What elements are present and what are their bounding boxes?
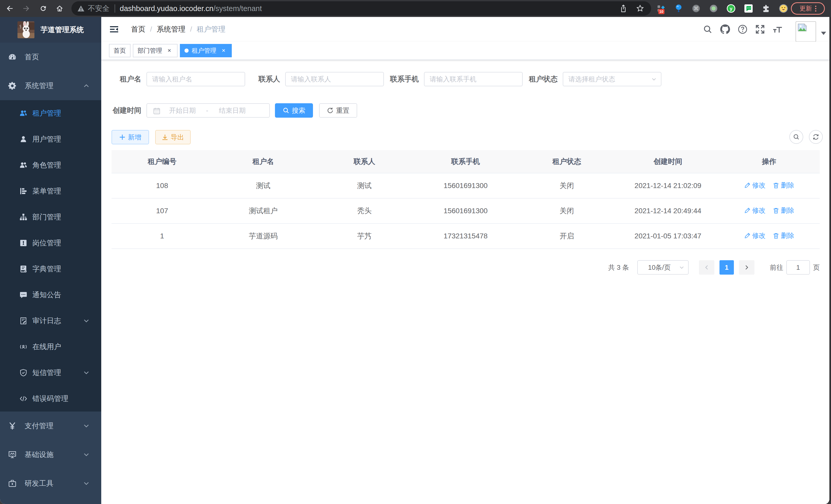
tag-home[interactable]: 首页: [109, 44, 131, 57]
edit-button[interactable]: 修改: [744, 181, 766, 190]
mobile-input[interactable]: 请输入联系手机: [424, 72, 523, 86]
extension-command-icon[interactable]: ⌘: [692, 4, 700, 13]
end-date-placeholder[interactable]: 结束日期: [219, 104, 246, 117]
show-search-toggle-button[interactable]: [790, 130, 803, 144]
pagination-total: 共 3 条: [608, 263, 629, 272]
browser-forward-button[interactable]: [20, 0, 33, 17]
browser-update-button[interactable]: 更新: [791, 2, 825, 14]
sidebar-item-dict[interactable]: 字典管理: [0, 256, 101, 282]
sidebar-item-pay[interactable]: 支付管理: [0, 412, 101, 440]
tenant-name-input[interactable]: 请输入租户名: [146, 72, 245, 86]
sidebar-item-label: 在线用户: [32, 342, 61, 352]
refresh-table-button[interactable]: [809, 130, 823, 144]
code-icon: [20, 395, 27, 403]
sidebar-item-dev-tools[interactable]: 研发工具: [0, 469, 101, 498]
fullscreen-button[interactable]: [751, 17, 769, 41]
header-search-button[interactable]: [699, 17, 716, 41]
add-button[interactable]: 新增: [112, 130, 149, 144]
sidebar-item-online-user[interactable]: 在线用户: [0, 334, 101, 360]
search-icon: [283, 107, 289, 114]
security-label[interactable]: 不安全: [88, 4, 110, 13]
edit-button[interactable]: 修改: [744, 231, 766, 240]
user-avatar-broken-image[interactable]: [796, 21, 816, 42]
extension-badge: 10: [658, 9, 664, 14]
breadcrumb-section[interactable]: 系统管理: [157, 24, 185, 34]
delete-button[interactable]: 删除: [773, 206, 794, 215]
search-button[interactable]: 搜索: [275, 103, 313, 118]
sidebar-item-system[interactable]: 系统管理: [0, 71, 101, 100]
tag-tenant[interactable]: 租户管理✕: [180, 44, 232, 57]
tags-view: 首页 部门管理✕ 租户管理✕: [101, 41, 830, 60]
delete-button[interactable]: 删除: [773, 231, 794, 240]
github-icon: [720, 24, 730, 34]
sidebar-item-sms[interactable]: 短信管理: [0, 360, 101, 386]
date-range-input[interactable]: 开始日期 - 结束日期: [146, 103, 270, 118]
extension-yuque-icon[interactable]: y: [727, 4, 736, 13]
sidebar-item-home[interactable]: 首页: [0, 42, 101, 71]
page-jump-input[interactable]: [786, 260, 810, 275]
sidebar-item-infra[interactable]: 基础设施: [0, 440, 101, 469]
app-logo[interactable]: 芋道管理系统: [0, 17, 101, 42]
user-menu-caret-icon[interactable]: [821, 31, 826, 35]
font-size-button[interactable]: [769, 17, 786, 41]
page-url[interactable]: dashboard.yudao.iocoder.cn/system/tenant: [120, 4, 262, 13]
sidebar-item-error-code[interactable]: 错误码管理: [0, 386, 101, 412]
page-size-select[interactable]: 10条/页: [637, 260, 689, 275]
reset-button[interactable]: 重置: [319, 103, 357, 118]
status-select[interactable]: 请选择租户状态: [563, 72, 661, 86]
sidebar-item-role[interactable]: 角色管理: [0, 152, 101, 178]
trash-icon: [773, 233, 779, 239]
extension-recorder-icon[interactable]: [709, 4, 718, 13]
export-button[interactable]: 导出: [155, 130, 191, 144]
main-area: 首页 / 系统管理 / 租户管理: [101, 17, 830, 504]
tenant-table: 租户编号 租户名 联系人 联系手机 租户状态 创建时间 操作 108 测试 测试: [112, 150, 820, 249]
chevron-left-icon: [704, 265, 710, 270]
prev-page-button[interactable]: [699, 260, 714, 275]
browser-home-button[interactable]: [53, 0, 66, 17]
sidebar-item-label: 研发工具: [25, 479, 53, 488]
table-toolbar: 新增 导出: [112, 130, 820, 144]
edit-button[interactable]: 修改: [744, 206, 766, 215]
sidebar-item-menu[interactable]: 菜单管理: [0, 178, 101, 204]
profile-emoji-icon[interactable]: [779, 4, 788, 13]
bookmark-star-icon[interactable]: [636, 5, 644, 12]
create-time-label: 创建时间: [112, 103, 146, 118]
edit-pencil-icon: [744, 207, 751, 214]
extension-tabs-icon[interactable]: 10: [657, 4, 665, 13]
share-icon[interactable]: [620, 5, 627, 12]
github-link[interactable]: [716, 17, 734, 41]
browser-reload-button[interactable]: [36, 0, 50, 17]
browser-back-button[interactable]: [3, 0, 17, 17]
fullscreen-icon: [755, 25, 765, 34]
not-secure-warning-icon: [78, 5, 84, 11]
shield-icon: [20, 369, 27, 377]
sidebar-item-audit-log[interactable]: 审计日志: [0, 308, 101, 334]
sidebar-item-post[interactable]: 岗位管理: [0, 230, 101, 256]
next-page-button[interactable]: [739, 260, 754, 275]
extensions-puzzle-icon[interactable]: [762, 4, 770, 13]
current-page-button[interactable]: 1: [719, 260, 734, 275]
table-row: 107 测试租户 秃头 15601691300 关闭 2021-12-14 20…: [112, 198, 820, 224]
sidebar-item-user[interactable]: 用户管理: [0, 126, 101, 152]
close-icon[interactable]: ✕: [220, 47, 227, 54]
sidebar-toggle-button[interactable]: [109, 24, 119, 34]
edit-pencil-icon: [744, 233, 751, 239]
sidebar-item-dept[interactable]: 部门管理: [0, 204, 101, 230]
delete-button[interactable]: 删除: [773, 181, 794, 190]
start-date-placeholder[interactable]: 开始日期: [156, 104, 209, 117]
extension-chat-icon[interactable]: [744, 4, 753, 13]
breadcrumb-home[interactable]: 首页: [131, 24, 145, 34]
sidebar-item-notice[interactable]: 通知公告: [0, 282, 101, 308]
app-window: 芋道管理系统 首页 系统管理: [0, 17, 830, 504]
sidebar-item-tenant[interactable]: 租户管理: [0, 100, 101, 126]
extension-balloon-icon[interactable]: [674, 4, 683, 13]
address-bar[interactable]: 不安全 dashboard.yudao.iocoder.cn/system/te…: [71, 1, 651, 16]
message-icon: [20, 291, 27, 299]
chevron-down-icon: [679, 265, 685, 270]
docs-help-button[interactable]: [734, 17, 751, 41]
contact-input[interactable]: 请输入联系人: [285, 72, 384, 86]
plus-icon: [119, 134, 125, 140]
close-icon[interactable]: ✕: [166, 47, 173, 54]
tag-dept[interactable]: 部门管理✕: [133, 44, 177, 57]
browser-menu-kebab-icon[interactable]: [815, 6, 816, 11]
